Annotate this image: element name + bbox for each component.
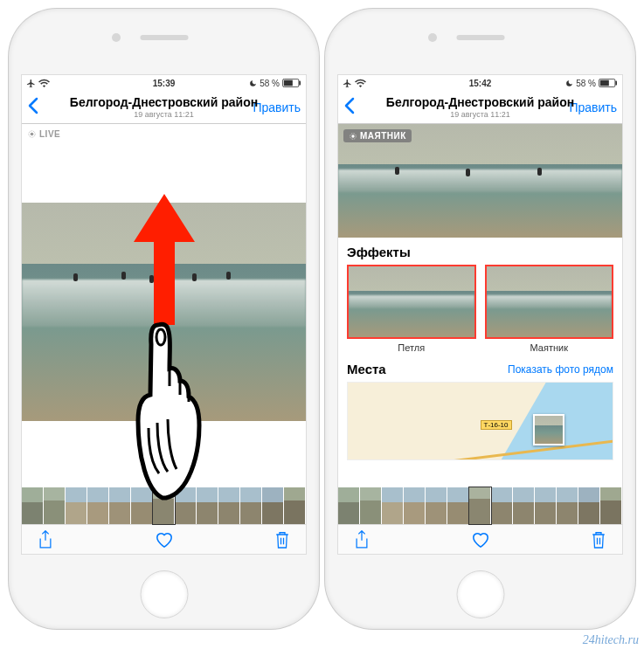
status-bar: 15:39 58 % [22, 75, 306, 91]
show-nearby-link[interactable]: Показать фото рядом [508, 363, 613, 376]
thumbnail[interactable] [175, 487, 197, 524]
speaker [140, 35, 188, 40]
nav-bar: Белгород-Днестровский район 19 августа 1… [22, 91, 306, 124]
phone-right-frame: 15:42 58 % Белгород-Днестровский район 1… [325, 9, 635, 629]
wifi-icon [355, 79, 366, 87]
thumbnail-strip[interactable] [22, 487, 306, 524]
thumbnail[interactable] [338, 487, 360, 524]
thumbnail[interactable] [426, 487, 447, 524]
thumbnail[interactable] [66, 487, 87, 524]
thumbnail[interactable] [197, 487, 218, 524]
svg-rect-1 [284, 80, 293, 86]
thumbnail[interactable] [360, 487, 382, 524]
dnd-moon-icon [249, 79, 257, 87]
edit-button[interactable]: Править [569, 100, 617, 114]
screen-left: 15:39 58 % Белгород-Днестровский район 1… [21, 74, 307, 555]
svg-rect-7 [600, 80, 609, 86]
thumbnail[interactable] [382, 487, 404, 524]
effect-label: Маятник [485, 342, 614, 353]
dnd-moon-icon [565, 79, 573, 87]
nav-bar: Белгород-Днестровский район 19 августа 1… [338, 91, 622, 124]
effects-row[interactable]: Петля Маятник [338, 265, 622, 353]
thumbnail[interactable] [600, 487, 622, 524]
thumbnail[interactable] [284, 487, 306, 524]
battery-icon [599, 79, 618, 87]
bottom-toolbar [338, 524, 622, 554]
hero-photo[interactable]: МАЯТНИК [338, 124, 622, 238]
effect-bounce[interactable]: Маятник [485, 265, 614, 353]
thumbnail[interactable] [513, 487, 535, 524]
status-battery-pct: 58 % [260, 79, 280, 88]
speaker [456, 35, 504, 40]
effect-mode-badge: МАЯТНИК [343, 129, 412, 142]
thumbnail[interactable] [535, 487, 557, 524]
wifi-icon [38, 79, 50, 87]
thumbnail[interactable] [44, 487, 66, 524]
airplane-mode-icon [343, 79, 352, 88]
phone-left-frame: 15:39 58 % Белгород-Днестровский район 1… [9, 9, 319, 629]
bottom-toolbar [22, 524, 306, 554]
trash-button[interactable] [591, 530, 606, 549]
share-button[interactable] [38, 530, 53, 549]
thumbnail-selected[interactable] [469, 487, 491, 524]
svg-point-9 [351, 135, 354, 137]
effect-loop[interactable]: Петля [347, 265, 476, 353]
thumbnail[interactable] [131, 487, 153, 524]
back-button[interactable] [343, 97, 356, 118]
thumbnail[interactable] [87, 487, 109, 524]
favorite-button[interactable] [155, 531, 174, 549]
home-button[interactable] [456, 570, 504, 618]
status-time: 15:39 [118, 79, 210, 88]
map-photo-pin[interactable] [533, 414, 564, 445]
thumbnail[interactable] [404, 487, 426, 524]
thumbnail[interactable] [557, 487, 578, 524]
edit-button[interactable]: Править [253, 100, 301, 114]
status-time: 15:42 [434, 79, 526, 88]
front-camera [112, 33, 121, 42]
thumbnail[interactable] [218, 487, 240, 524]
thumbnail-selected[interactable] [153, 487, 175, 524]
thumbnail[interactable] [491, 487, 513, 524]
trash-button[interactable] [274, 530, 290, 549]
svg-rect-2 [299, 81, 301, 86]
detail-scroll[interactable]: МАЯТНИК Эффекты Петля [338, 124, 622, 554]
screen-right: 15:42 58 % Белгород-Днестровский район 1… [337, 74, 623, 555]
status-battery-pct: 58 % [576, 79, 596, 88]
places-heading: Места [347, 362, 386, 376]
back-button[interactable] [27, 97, 39, 118]
thumbnail[interactable] [447, 487, 469, 524]
airplane-mode-icon [26, 79, 36, 88]
thumbnail[interactable] [240, 487, 262, 524]
battery-icon [282, 79, 301, 87]
live-photo-badge: LIVE [27, 129, 60, 139]
status-bar: 15:42 58 % [338, 75, 622, 91]
svg-point-3 [31, 133, 34, 136]
road-label: Т-16-10 [481, 420, 512, 430]
thumbnail-strip[interactable] [338, 487, 622, 524]
share-button[interactable] [354, 530, 370, 549]
thumbnail[interactable] [578, 487, 600, 524]
thumbnail[interactable] [22, 487, 44, 524]
front-camera [428, 33, 437, 42]
favorite-button[interactable] [471, 531, 490, 549]
photo-view[interactable]: LIVE [22, 124, 306, 554]
effects-heading: Эффекты [338, 238, 622, 265]
thumbnail[interactable] [109, 487, 131, 524]
home-button[interactable] [140, 570, 188, 618]
thumbnail[interactable] [262, 487, 284, 524]
source-watermark: 24hitech.ru [583, 633, 639, 647]
svg-rect-8 [615, 81, 617, 86]
places-map[interactable]: Т-16-10 [347, 382, 613, 460]
effect-label: Петля [347, 342, 476, 353]
